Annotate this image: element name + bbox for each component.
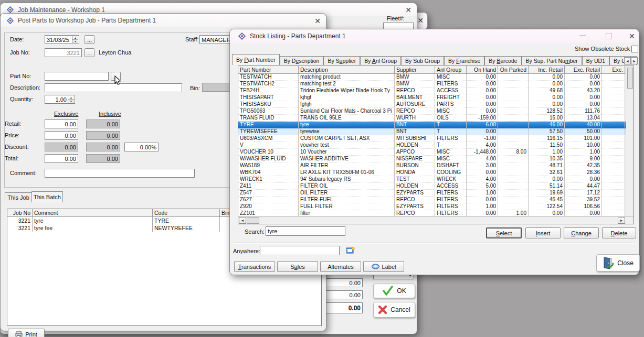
table-row[interactable]: THISISASKUfghjhAUTOSUREPARTS0.000.000.00 bbox=[238, 101, 634, 108]
close-button[interactable]: Close bbox=[596, 254, 640, 271]
tab-scroll-left-button[interactable]: ◄ bbox=[624, 57, 631, 64]
tab-scroll-right-button[interactable]: ► bbox=[631, 57, 638, 64]
cell: 10.00 bbox=[565, 142, 602, 149]
vertical-scrollbar[interactable] bbox=[626, 66, 634, 217]
folder-icon[interactable] bbox=[346, 247, 355, 254]
close-icon[interactable]: ✕ bbox=[405, 6, 411, 14]
date-spinner[interactable]: ▲▼ bbox=[72, 36, 78, 43]
column-header[interactable]: Exc. Retail bbox=[565, 66, 602, 74]
table-row[interactable]: WA5189AIR FILTERBURSOND/SHAFT3.0048.7142… bbox=[238, 162, 634, 169]
table-row[interactable]: THISISAPARTkjhgfBAILMENTFREIGHT0.000.000… bbox=[238, 94, 634, 101]
show-obsolete-label: Show Obsolete Stock bbox=[575, 46, 630, 52]
tab-by-part-number[interactable]: By Part Number bbox=[232, 54, 280, 65]
tab-by-description[interactable]: By Description bbox=[280, 56, 324, 65]
comment-field[interactable] bbox=[45, 169, 195, 178]
total-excl-field[interactable]: 0.00 bbox=[45, 154, 78, 163]
retail-excl-field[interactable]: 0.00 bbox=[45, 119, 78, 128]
maximize-icon[interactable] bbox=[606, 33, 612, 39]
horizontal-scrollbar[interactable]: ◄ ► bbox=[238, 216, 634, 224]
table-row[interactable]: Vvouvher testHOLDENT4.0011.5010.00 bbox=[238, 142, 634, 149]
cell: tyrewise bbox=[299, 128, 395, 135]
select-button[interactable]: Select bbox=[486, 227, 522, 238]
cell: FREIGHT bbox=[435, 94, 467, 101]
table-row[interactable]: TESTMATCHmatching productBMWMISC0.000.00… bbox=[238, 74, 634, 81]
insert-button[interactable]: Insert bbox=[525, 227, 561, 238]
cancel-button[interactable]: Cancel bbox=[373, 302, 415, 318]
stock-listing-titlebar[interactable]: Stock Listing - Parts Department 1 bbox=[230, 29, 639, 43]
table-row[interactable]: Z627FILTER-FUELREPCOFILTERS0.0045.4539.5… bbox=[238, 197, 634, 203]
tab-by-sup-part-number[interactable]: By Sup. Part Number bbox=[522, 56, 582, 65]
label-button[interactable]: Label bbox=[363, 261, 404, 272]
tab-this-batch[interactable]: This Batch bbox=[31, 191, 63, 202]
anywhere-input[interactable] bbox=[260, 246, 340, 255]
cell: 10.35 bbox=[529, 156, 565, 162]
table-row-selected[interactable]: TYREtyreBNTT-6.0046.0040.00 bbox=[238, 122, 634, 128]
table-row[interactable]: WRECK194' Subaru legacy RSTESTWRECK4.000… bbox=[238, 176, 634, 183]
table-row[interactable]: TESTMATCH2matching test 2BMWFILTERS0.000… bbox=[238, 81, 634, 88]
scroll-right-button[interactable]: ► bbox=[618, 217, 625, 224]
close-icon[interactable]: ✕ bbox=[629, 32, 635, 40]
column-header[interactable]: Comment bbox=[33, 209, 153, 217]
table-row[interactable]: U803/ASXCMCUSTOM CARPET SET, ASXMITSUBIS… bbox=[238, 135, 634, 142]
table-row[interactable]: Z411FILTER OILHOLDENACCESS5.0051.1444.47 bbox=[238, 183, 634, 190]
tab-by-sub-group[interactable]: By Sub Group bbox=[401, 56, 444, 65]
show-obsolete-checkbox[interactable] bbox=[631, 46, 638, 52]
column-header[interactable]: Exc. bbox=[602, 66, 625, 74]
ok-button[interactable]: OK bbox=[373, 284, 415, 298]
cell: TYREWISEFEE bbox=[238, 128, 299, 135]
delete-label: Delete bbox=[611, 230, 628, 236]
column-header[interactable]: On Parked bbox=[498, 66, 529, 74]
price-excl-field[interactable]: 0.00 bbox=[45, 131, 78, 140]
search-input[interactable]: tyre bbox=[266, 226, 345, 236]
column-header[interactable]: Code bbox=[153, 209, 220, 217]
sales-button[interactable]: Sales bbox=[277, 261, 318, 272]
tab-by-anl-group[interactable]: By Anl Group bbox=[360, 56, 401, 65]
tab-by-supplier[interactable]: By Supplier bbox=[323, 56, 360, 65]
cell: 44.47 bbox=[565, 183, 602, 190]
column-header[interactable]: On Hand bbox=[467, 66, 498, 74]
table-row[interactable]: TFB24HTridon Flexblade Wiper Blade Hook … bbox=[238, 88, 634, 94]
date-field[interactable]: 31/03/25 ▲▼ bbox=[45, 35, 79, 44]
cell bbox=[498, 74, 529, 81]
column-header[interactable]: Description bbox=[299, 66, 395, 74]
discount-pct-field[interactable]: 0.00% bbox=[124, 143, 159, 151]
tab-by-barcode[interactable]: By Barcode bbox=[484, 56, 521, 65]
minimize-icon[interactable]: — bbox=[579, 32, 586, 39]
table-row[interactable]: WBK704LR AXLE KIT TRX350FM 01-06HONDACOO… bbox=[238, 169, 634, 176]
close-icon[interactable]: ✕ bbox=[417, 17, 424, 24]
table-row[interactable]: TPG50063Sunland Car Floor Mats - Charcoa… bbox=[238, 108, 634, 115]
part-no-field[interactable] bbox=[45, 72, 109, 81]
table-row[interactable]: W/WASHER FLUIDWASHER ADDITIVENISSPAREMIS… bbox=[238, 156, 634, 162]
date-lookup-button[interactable]: ... bbox=[85, 35, 94, 44]
close-icon[interactable]: ✕ bbox=[314, 17, 321, 25]
tab-by-franchise[interactable]: By Franchise bbox=[444, 56, 484, 65]
table-row[interactable]: VOUCHER 1010 VoucherAPPCOMISC-1,448.008.… bbox=[238, 149, 634, 156]
quantity-label: Quantity: bbox=[10, 96, 33, 102]
column-header[interactable]: Inc. Retail bbox=[529, 66, 565, 74]
description-field[interactable] bbox=[45, 83, 182, 92]
table-row[interactable]: Z547OIL FILTEREZYPARTSFILTERS1.0019.6917… bbox=[238, 190, 634, 197]
column-header[interactable]: Job No bbox=[7, 209, 33, 217]
column-header[interactable]: Anl Group bbox=[435, 66, 467, 74]
cell bbox=[602, 197, 625, 203]
cell: 1.00 bbox=[529, 149, 565, 156]
quantity-field[interactable]: 1.00 ▲▼ bbox=[45, 95, 75, 104]
transactions-button[interactable]: Transactions bbox=[234, 261, 275, 272]
tab-by-ud1[interactable]: By UD1 bbox=[582, 56, 609, 65]
alternates-button[interactable]: Alternates bbox=[320, 261, 361, 272]
table-row[interactable]: TYREWISEFEEtyrewiseBNTT0.0057.5050.00 bbox=[238, 128, 634, 135]
table-row[interactable]: Z920FUEL FILTEREZYPARTSFILTERS1.00122.54… bbox=[238, 203, 634, 210]
tab-this-job[interactable]: This Job bbox=[5, 192, 32, 202]
job-no-field[interactable]: 3221 bbox=[45, 48, 82, 57]
scroll-left-button[interactable]: ◄ bbox=[239, 217, 246, 224]
table-row[interactable]: TRANS FLUIDTRANS OIL 95LEWURTHOILS-159.0… bbox=[238, 115, 634, 122]
print-button[interactable]: Print bbox=[8, 329, 45, 337]
job-no-lookup-button[interactable]: ... bbox=[85, 48, 94, 57]
column-header[interactable]: Part Number bbox=[238, 66, 299, 74]
quantity-spinner[interactable]: ▲▼ bbox=[68, 96, 74, 103]
delete-button[interactable]: Delete bbox=[602, 227, 636, 238]
column-header[interactable]: Supplier bbox=[395, 66, 435, 74]
change-button[interactable]: Change bbox=[564, 227, 599, 238]
cell: Z920 bbox=[238, 203, 299, 210]
post-parts-titlebar[interactable]: Post Parts to Workshop Job - Parts Depar… bbox=[1, 14, 326, 27]
